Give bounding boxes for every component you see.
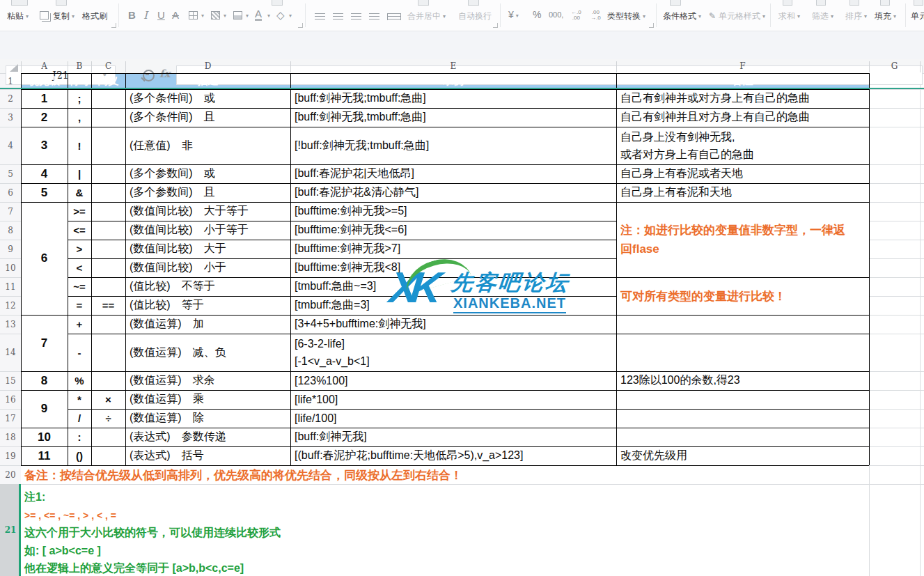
row-header-10[interactable]: 10 <box>0 258 21 277</box>
cell-B9[interactable]: > <box>68 240 91 258</box>
cell-B17[interactable]: / <box>68 409 91 428</box>
align-top-icon[interactable] <box>315 13 325 20</box>
type-convert-button[interactable]: 类型转换 <box>607 10 645 22</box>
cell-E16[interactable]: [life*100] <box>290 390 616 409</box>
note-row21-line1[interactable]: 注1: <box>24 488 45 506</box>
cell-D13[interactable]: (数值运算) 加 <box>125 315 290 334</box>
cell-A4[interactable]: 3 <box>21 127 68 164</box>
cell-D19[interactable]: (表达式) 括号 <box>125 446 290 465</box>
row-header-18[interactable]: 18 <box>0 428 21 446</box>
cell-D18[interactable]: (表达式) 参数传递 <box>125 428 290 446</box>
cell-F11-merged[interactable]: 可对所有类型的变量进行比较！ <box>616 277 869 315</box>
cell-B3[interactable]: , <box>68 108 91 127</box>
cell-D12[interactable]: (值比较) 等于 <box>125 296 290 315</box>
font-color-icon[interactable]: A <box>255 9 262 21</box>
cell-F4[interactable]: 自己身上没有剑神无我, 或者对方身上有自己的急曲 <box>616 127 869 164</box>
decrease-decimal-button[interactable]: .00 →.0 <box>590 10 601 21</box>
cell-B15[interactable]: % <box>68 371 91 390</box>
row-header-3[interactable]: 3 <box>0 108 21 127</box>
dialog-launcher[interactable] <box>111 23 116 28</box>
note-row21-line5[interactable]: 他在逻辑上的意义完全等同于 [a>b,b<c,c=e] <box>24 559 244 576</box>
cell-A6[interactable]: 5 <box>21 183 68 202</box>
cell-D8[interactable]: (数值间比较) 小于等于 <box>125 221 290 240</box>
col-header-F[interactable]: F <box>616 60 869 72</box>
fill-button[interactable]: 填充 <box>875 10 896 22</box>
cell-E15[interactable]: [123%100] <box>290 371 616 390</box>
row-header-11[interactable]: 11 <box>0 277 21 296</box>
col-header-C[interactable]: C <box>91 60 125 72</box>
italic-button[interactable]: I <box>143 9 148 22</box>
row-header-9[interactable]: 9 <box>0 240 21 258</box>
sort-button[interactable]: 排序 <box>845 10 867 22</box>
cell-B19[interactable]: () <box>68 446 91 465</box>
fill-color-icon[interactable] <box>233 11 242 20</box>
indent-icon[interactable] <box>387 13 401 20</box>
cell-A13-merged[interactable]: 7 <box>21 315 68 371</box>
note-row21-line4[interactable]: 如: [ a>b<c=e ] <box>24 542 101 560</box>
cell-D9[interactable]: (数值间比较) 大于 <box>125 240 290 258</box>
filter-button[interactable]: 筛选 <box>812 10 833 22</box>
increase-decimal-button[interactable]: ←.0 .00 <box>571 10 581 21</box>
row-header-6[interactable]: 6 <box>0 183 21 202</box>
cell-E18[interactable]: [buff:剑神无我] <box>290 428 616 446</box>
thousands-button[interactable]: 000, <box>549 10 563 19</box>
cell-F15[interactable]: 123除以100的余数,得23 <box>616 371 869 390</box>
cell-F1[interactable]: 备注 <box>616 73 869 89</box>
cell-A19[interactable]: 11 <box>21 446 68 465</box>
note-row21-line3[interactable]: 这六个用于大小比较的符号，可以使用连续比较形式 <box>24 524 281 542</box>
cell-D15[interactable]: (数值运算) 求余 <box>125 371 290 390</box>
cell-D6[interactable]: (多个参数间) 且 <box>125 183 290 202</box>
row-header-17[interactable]: 17 <box>0 409 21 428</box>
row-header-5[interactable]: 5 <box>0 164 21 183</box>
cell-F7-merged[interactable]: 注：如进行比较的变量值非数字型，一律返回flase <box>616 202 869 277</box>
strikethrough-button[interactable]: A <box>172 9 179 21</box>
cell-A18[interactable]: 10 <box>21 428 68 446</box>
eraser-dropdown[interactable] <box>287 10 292 20</box>
dialog-launcher[interactable] <box>493 23 498 28</box>
cell-style-button[interactable]: 单元格样式 <box>719 10 765 22</box>
borders-dropdown[interactable] <box>199 10 204 20</box>
copy-button[interactable]: 复制 <box>53 10 75 22</box>
cell-E13[interactable]: [3+4+5+bufftime:剑神无我] <box>290 315 616 334</box>
cell-F2[interactable]: 自己有剑神并或对方身上有自己的急曲 <box>616 89 869 108</box>
cell-E14[interactable]: [6-3-2-life] [-1<v_a-v_b<1] <box>290 334 616 371</box>
cell-A5[interactable]: 4 <box>21 164 68 183</box>
cell-B4[interactable]: ! <box>68 127 91 164</box>
eraser-icon[interactable]: ◇ <box>276 9 285 22</box>
cell-D2[interactable]: (多个条件间) 或 <box>125 89 290 108</box>
cell-E8[interactable]: [bufftime:剑神无我<=6] <box>290 221 616 240</box>
merge-center-button[interactable]: 合并居中 <box>407 10 446 22</box>
cell-B12[interactable]: = <box>68 296 91 315</box>
cells-button[interactable]: 单元 <box>911 10 924 22</box>
cell-B1[interactable]: 符号 <box>68 73 91 89</box>
col-header-E[interactable]: E <box>290 60 616 72</box>
align-left-icon[interactable] <box>351 13 361 20</box>
cell-A1[interactable]: 优先级 <box>21 73 68 89</box>
cell-D5[interactable]: (多个参数间) 或 <box>125 164 290 183</box>
row-header-21[interactable]: 21 <box>0 484 21 576</box>
underline-button[interactable]: U <box>157 9 165 21</box>
align-right-icon[interactable] <box>369 13 379 20</box>
cell-A2[interactable]: 1 <box>21 89 68 108</box>
select-all-corner[interactable] <box>10 64 18 72</box>
cell-D3[interactable]: (多个条件间) 且 <box>125 108 290 127</box>
cell-A15[interactable]: 8 <box>21 371 68 390</box>
row-header-12[interactable]: 12 <box>0 296 21 315</box>
cell-D1[interactable]: 描述 <box>125 73 290 89</box>
cell-A16-merged[interactable]: 9 <box>21 390 68 428</box>
cell-E6[interactable]: [buff:春泥护花&清心静气] <box>290 183 616 202</box>
cell-E2[interactable]: [buff:剑神无我;tmbuff:急曲] <box>290 89 616 108</box>
note-row20[interactable]: 备注：按结合优先级从低到高排列，优先级高的将优先结合，同级按从左到右结合！ <box>24 466 462 484</box>
format-painter-button[interactable]: 格式刷 <box>82 10 107 22</box>
dialog-launcher[interactable] <box>298 23 303 28</box>
cell-E9[interactable]: [bufftime:剑神无我>7] <box>290 240 616 258</box>
cell-D7[interactable]: (数值间比较) 大于等于 <box>125 202 290 221</box>
cell-B6[interactable]: & <box>68 183 91 202</box>
currency-button[interactable]: ¥ <box>508 9 519 20</box>
cell-B16[interactable]: * <box>68 390 91 409</box>
cell-E5[interactable]: [buff:春泥护花|天地低昂] <box>290 164 616 183</box>
cell-D4[interactable]: (任意值) 非 <box>125 127 290 164</box>
cell-C17[interactable]: ÷ <box>91 409 125 428</box>
cell-E1[interactable]: 示例 <box>290 73 616 89</box>
cell-E4[interactable]: [!buff:剑神无我;tmbuff:急曲] <box>290 127 616 164</box>
